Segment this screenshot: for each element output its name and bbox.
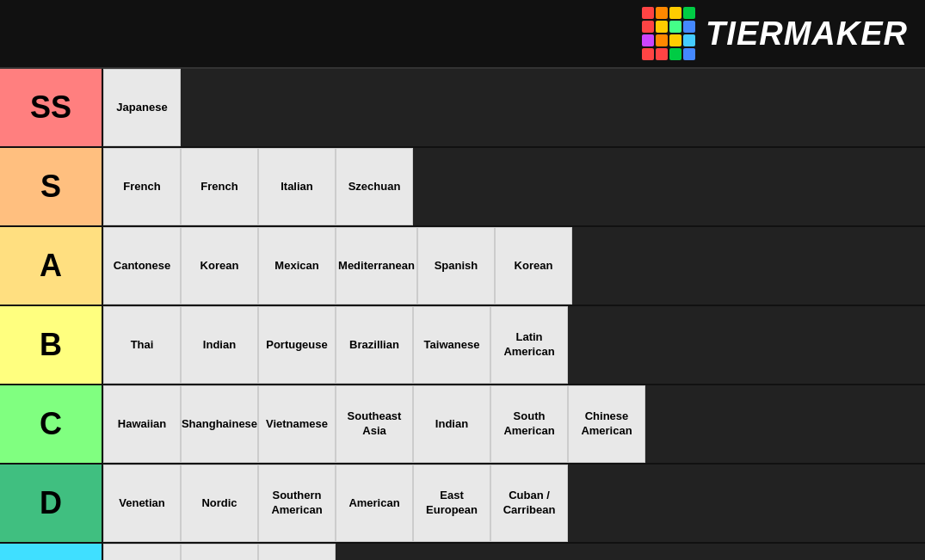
list-item[interactable]: Vietnamese [258, 385, 336, 463]
logo-cell [669, 7, 681, 19]
list-item[interactable]: Italian [258, 148, 336, 225]
list-item[interactable]: Indian [181, 306, 258, 384]
list-item[interactable]: Mediterranean [336, 227, 417, 305]
logo-cell [642, 21, 654, 33]
list-item[interactable]: French [181, 148, 258, 225]
logo-cell [669, 34, 681, 46]
list-item[interactable]: Taiwanese [413, 306, 490, 384]
logo-cell [669, 48, 681, 60]
list-item[interactable]: Szechuan [336, 148, 413, 225]
list-item[interactable]: Mexican [258, 227, 336, 305]
list-item[interactable]: Indian [413, 385, 490, 463]
logo-cell [642, 7, 654, 19]
list-item[interactable]: Hawaiian [103, 385, 181, 463]
logo-cell [656, 21, 668, 33]
tier-items-s: French French Italian Szechuan [103, 148, 925, 225]
list-item[interactable]: Shanghainese [181, 385, 258, 463]
tier-label-d: D [0, 465, 103, 542]
list-item[interactable]: Southern American [258, 465, 336, 542]
list-item[interactable]: Portugeuse [258, 306, 336, 384]
list-item[interactable]: Middle Eastern [258, 544, 336, 560]
logo-cell [683, 34, 695, 46]
tier-row-f: F English Ethiopian Middle Eastern [0, 544, 925, 560]
list-item[interactable]: Latin American [490, 306, 568, 384]
tier-table: SS Japanese S French French Italian Szec… [0, 69, 925, 560]
logo-cell [656, 34, 668, 46]
logo-cell [683, 48, 695, 60]
list-item[interactable]: Thai [103, 306, 181, 384]
tier-items-d: Venetian Nordic Southern American Americ… [103, 465, 925, 542]
list-item[interactable]: Chinese American [568, 385, 645, 463]
tier-row-b: B Thai Indian Portugeuse Brazillian Taiw… [0, 306, 925, 385]
logo-grid [642, 7, 695, 60]
tier-label-f: F [0, 544, 103, 560]
logo-cell [683, 7, 695, 19]
tier-items-b: Thai Indian Portugeuse Brazillian Taiwan… [103, 306, 925, 384]
logo-text: TiERMAKER [706, 15, 908, 52]
logo-cell [669, 21, 681, 33]
tier-items-a: Cantonese Korean Mexican Mediterranean S… [103, 227, 925, 305]
tier-row-ss: SS Japanese [0, 69, 925, 148]
list-item[interactable]: Spanish [417, 227, 495, 305]
list-item[interactable]: Cuban / Carribean [490, 465, 568, 542]
list-item[interactable]: Ethiopian [181, 544, 258, 560]
list-item[interactable]: English [103, 544, 181, 560]
header: TiERMAKER [0, 0, 925, 69]
list-item[interactable]: Korean [181, 227, 258, 305]
tier-label-c: C [0, 385, 103, 463]
logo: TiERMAKER [642, 7, 908, 60]
list-item[interactable]: Venetian [103, 465, 181, 542]
tier-row-s: S French French Italian Szechuan [0, 148, 925, 227]
list-item[interactable]: French [103, 148, 181, 225]
tier-items-c: Hawaiian Shanghainese Vietnamese Southea… [103, 385, 925, 463]
tier-label-ss: SS [0, 69, 103, 146]
logo-cell [656, 48, 668, 60]
list-item[interactable]: American [336, 465, 413, 542]
tier-row-d: D Venetian Nordic Southern American Amer… [0, 465, 925, 544]
tier-items-f: English Ethiopian Middle Eastern [103, 544, 925, 560]
list-item[interactable]: Nordic [181, 465, 258, 542]
list-item[interactable]: Southeast Asia [336, 385, 413, 463]
logo-cell [683, 21, 695, 33]
list-item[interactable]: Japanese [103, 69, 181, 146]
logo-cell [642, 48, 654, 60]
tier-label-s: S [0, 148, 103, 225]
logo-cell [642, 34, 654, 46]
tier-label-a: A [0, 227, 103, 305]
tier-items-ss: Japanese [103, 69, 925, 146]
list-item[interactable]: Cantonese [103, 227, 181, 305]
tier-row-c: C Hawaiian Shanghainese Vietnamese South… [0, 385, 925, 465]
list-item[interactable]: South American [490, 385, 568, 463]
list-item[interactable]: Brazillian [336, 306, 413, 384]
list-item[interactable]: Korean [495, 227, 572, 305]
tier-label-b: B [0, 306, 103, 384]
tier-row-a: A Cantonese Korean Mexican Mediterranean… [0, 227, 925, 306]
list-item[interactable]: East European [413, 465, 490, 542]
logo-cell [656, 7, 668, 19]
